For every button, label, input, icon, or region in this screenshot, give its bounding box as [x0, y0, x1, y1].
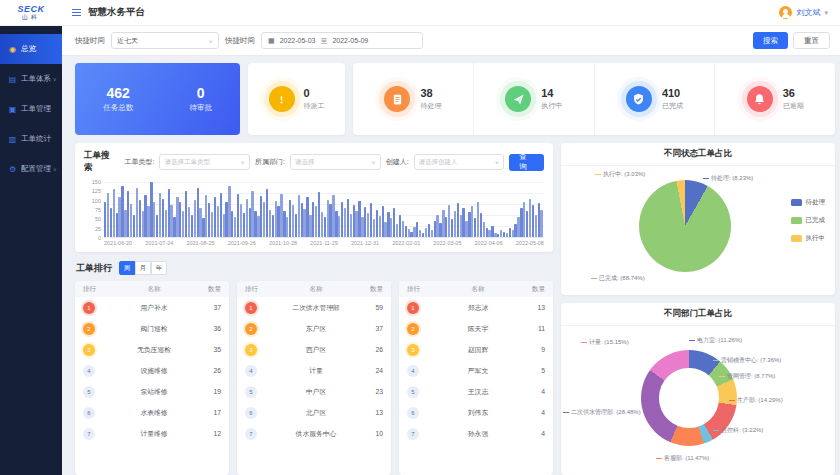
- pie-slice-label: 生产部: (14.29%): [729, 396, 783, 405]
- legend-swatch: [791, 217, 802, 224]
- column-header: 排行: [83, 285, 109, 294]
- ranking-tab-1[interactable]: 月: [135, 261, 151, 275]
- sidebar-item-0[interactable]: ◉总览: [0, 34, 62, 64]
- workorder-system-icon: ▤: [8, 75, 17, 84]
- logo-secondary-text: 山科: [22, 14, 40, 21]
- bar: [237, 194, 239, 237]
- collapse-menu-icon[interactable]: [72, 12, 81, 14]
- bar: [240, 204, 242, 237]
- ranking-tab-0[interactable]: 周: [119, 261, 135, 275]
- bar: [263, 202, 265, 237]
- search-field-select-2[interactable]: 请选择创建人∨: [414, 154, 505, 170]
- label-leader-line: [703, 178, 709, 180]
- reset-button[interactable]: 重置: [793, 32, 830, 49]
- row-name: 中户区: [271, 387, 361, 397]
- bar: [243, 213, 245, 237]
- pie-slice-label: 管网管理: (8.77%): [719, 372, 775, 381]
- table-row: 7供水服务中心10: [237, 423, 391, 444]
- row-quantity: 13: [523, 304, 545, 311]
- x-tick-label: 2021-10-28: [269, 240, 297, 246]
- rank-badge: 4: [245, 365, 257, 377]
- select-placeholder: 请选择: [295, 158, 368, 167]
- pie-slice-label: 已完成: (88.74%): [591, 274, 645, 283]
- legend-label: 执行中: [806, 234, 826, 243]
- pie-slice-label: 待处理: (8.23%): [703, 174, 753, 183]
- pending-approval-value: 0: [189, 85, 212, 101]
- user-name[interactable]: 刘文斌: [796, 7, 820, 18]
- bar: [165, 210, 167, 238]
- date-range-input[interactable]: ▦ 2022-05-03 至 2022-05-09: [261, 32, 423, 49]
- row-name: 严军文: [433, 366, 523, 376]
- quick-time-select[interactable]: 近七天 ∨: [111, 32, 219, 49]
- search-field-select-0[interactable]: 请选择工单类型∨: [159, 154, 250, 170]
- status-pie-title: 不同状态工单占比: [561, 143, 835, 166]
- bar: [162, 199, 164, 238]
- label-leader-line: [581, 342, 587, 344]
- column-header: 排行: [245, 285, 271, 294]
- ranking-tab-2[interactable]: 年: [151, 261, 167, 275]
- pie-slice-label: 二次供水管理部: (28.48%): [563, 408, 641, 417]
- medal-icon: 3: [245, 344, 257, 356]
- stat-value: 36: [783, 87, 804, 99]
- table-row: 2阀门巡检36: [75, 318, 229, 339]
- bar: [448, 205, 450, 237]
- document-icon: [384, 86, 410, 112]
- table-header: 排行名称数量: [237, 281, 391, 297]
- row-name: 用户补水: [109, 303, 199, 313]
- bar: [341, 202, 343, 237]
- medal-icon: 2: [245, 323, 257, 335]
- legend-item[interactable]: 待处理: [791, 198, 826, 207]
- user-menu[interactable]: 刘文斌 ▾: [779, 6, 840, 19]
- row-name: 无负压巡检: [109, 345, 199, 355]
- row-quantity: 23: [361, 388, 383, 395]
- avatar[interactable]: [779, 6, 792, 19]
- search-field-label-2: 创建人:: [386, 157, 409, 167]
- bar: [246, 199, 248, 238]
- summary-row: 462 任务总数 0 待审批 0待派工 38待处理14执行中410已完成36已逾…: [75, 63, 835, 135]
- status-pie-card: 不同状态工单占比 待处理: (8.23%)已完成: (88.74%)执行中: (…: [561, 143, 835, 295]
- row-name: 刘伟东: [433, 408, 523, 418]
- stat-cell: 14执行中: [473, 63, 594, 135]
- sidebar-item-3[interactable]: ▥工单统计: [0, 124, 62, 154]
- bar-chart-plot: [104, 182, 544, 238]
- legend-item[interactable]: 已完成: [791, 216, 826, 225]
- rank-badge: 7: [245, 428, 257, 440]
- x-tick-label: 2021-06-20: [104, 240, 132, 246]
- search-button[interactable]: 搜索: [753, 32, 788, 49]
- query-button[interactable]: 查询: [509, 154, 544, 171]
- workorder-search-title: 工单搜索: [84, 150, 117, 174]
- row-quantity: 26: [199, 367, 221, 374]
- sidebar-item-label: 工单体系: [21, 74, 51, 84]
- calendar-icon: ▦: [268, 37, 275, 45]
- row-name: 赵国辉: [433, 345, 523, 355]
- row-name: 二次供水管理部: [271, 303, 361, 313]
- sidebar-item-4[interactable]: ⚙配置管理∨: [0, 154, 62, 184]
- sidebar-item-2[interactable]: ▣工单管理: [0, 94, 62, 124]
- chevron-down-icon: ∨: [371, 159, 376, 165]
- search-field-label-0: 工单类型:: [124, 157, 154, 167]
- chevron-down-icon: ∨: [495, 159, 500, 165]
- search-field-select-1[interactable]: 请选择∨: [290, 154, 381, 170]
- bar: [529, 199, 531, 238]
- chevron-down-icon: ∨: [240, 159, 245, 165]
- y-tick-label: 0: [98, 235, 101, 241]
- bar: [182, 211, 184, 237]
- bar: [370, 203, 372, 237]
- bar: [399, 215, 401, 237]
- department-donut-title: 不同部门工单占比: [561, 303, 835, 326]
- table-row: 4设施维修26: [75, 360, 229, 381]
- legend-item[interactable]: 执行中: [791, 234, 826, 243]
- column-header: 数量: [523, 285, 545, 294]
- x-tick-label: 2021-08-25: [186, 240, 214, 246]
- workorder-search-row: 工单搜索 工单类型:请选择工单类型∨所属部门:请选择∨创建人:请选择创建人∨查询: [84, 150, 544, 174]
- quick-time-value: 近七天: [117, 36, 204, 46]
- shield-check-icon: [626, 86, 652, 112]
- bar: [373, 219, 375, 237]
- bar: [422, 233, 424, 237]
- table-row: 3西户区26: [237, 339, 391, 360]
- sidebar-item-1[interactable]: ▤工单体系∨: [0, 64, 62, 94]
- label-leader-line: [719, 376, 725, 378]
- bar: [295, 214, 297, 237]
- legend-swatch: [791, 199, 802, 206]
- settings-icon: ⚙: [8, 165, 17, 174]
